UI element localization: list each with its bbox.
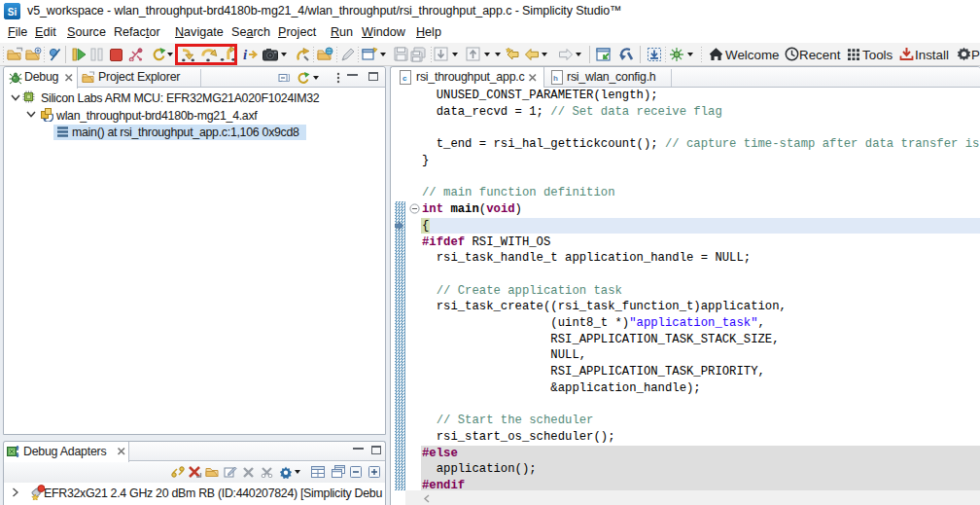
svg-text:Si: Si [8,7,18,18]
svg-text:c: c [402,74,407,83]
svg-text:h: h [553,74,558,83]
svg-text:i: i [243,47,248,62]
